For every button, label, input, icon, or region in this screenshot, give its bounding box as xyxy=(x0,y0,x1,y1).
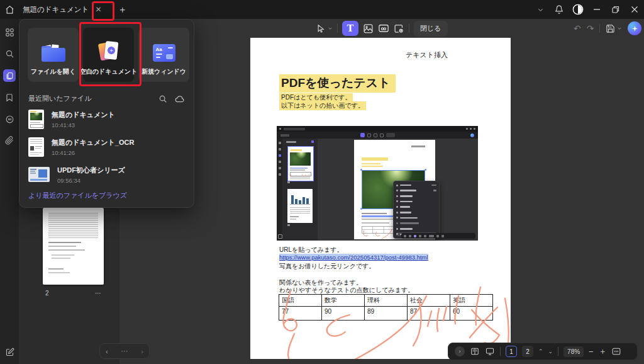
table-header-cell[interactable]: 国語 xyxy=(279,295,322,307)
new-window-icon: Aa xyxy=(153,44,175,62)
doc-hyperlink[interactable]: https://www.pakutaso.com/2025054317/post… xyxy=(279,254,428,261)
new-document-popup: ファイルを開く ＋ 空白のドキュメント Aa 新規ウィンドウ xyxy=(19,19,194,208)
zoom-level[interactable]: 78% xyxy=(564,346,584,357)
table-value-cell[interactable]: 89 xyxy=(365,307,408,321)
toolbar-divider xyxy=(558,347,558,356)
zoom-out-button[interactable]: − xyxy=(589,347,594,356)
image-icon xyxy=(363,23,374,34)
new-window-tile[interactable]: Aa 新規ウィンドウ xyxy=(138,28,189,82)
sidebar-search-button[interactable] xyxy=(4,48,15,59)
recent-search-button[interactable] xyxy=(158,94,167,103)
save-button[interactable] xyxy=(606,24,622,33)
undo-button[interactable]: ↶ xyxy=(574,23,581,33)
table-value-cell[interactable]: 87 xyxy=(408,307,450,321)
document-tab[interactable]: 無題のドキュメント ✕ xyxy=(19,0,106,19)
doc-url-intro[interactable]: URLを貼ってみます。 xyxy=(279,246,343,254)
pager-prev-icon[interactable]: ‹ xyxy=(106,348,108,355)
next-page-button[interactable]: ⌄ xyxy=(548,348,553,355)
close-icon xyxy=(631,6,638,13)
page-seal-icon xyxy=(394,23,404,34)
doc-url-caption[interactable]: 写真をお借りした元リンクです。 xyxy=(279,262,375,271)
sidebar-grid-button[interactable] xyxy=(4,26,15,38)
toolbar-divider xyxy=(500,347,501,356)
theme-toggle-button[interactable] xyxy=(569,0,587,19)
doc-corner-text[interactable]: テキスト挿入 xyxy=(406,50,448,60)
toolbar-divider xyxy=(337,24,338,33)
page-1-button[interactable]: 1 xyxy=(506,346,517,357)
home-button[interactable] xyxy=(0,0,19,19)
ai-assistant-button[interactable] xyxy=(628,21,641,35)
table-header-cell[interactable]: 理科 xyxy=(365,295,408,307)
browse-recent-files-link[interactable]: より最近のファイルをブラウズ xyxy=(28,191,127,200)
thumbnail-caption-row: 2 ⋯ xyxy=(43,288,104,298)
save-icon xyxy=(606,24,615,33)
new-tab-button[interactable]: ＋ xyxy=(115,3,129,16)
previous-page-button[interactable]: ⌃ xyxy=(538,348,543,355)
blank-document-tile[interactable]: ＋ 空白のドキュメント xyxy=(83,28,134,82)
fit-page-button[interactable] xyxy=(612,348,621,355)
restore-button[interactable] xyxy=(606,0,625,19)
table-header-cell[interactable]: 数学 xyxy=(322,295,365,307)
mini-titlebar xyxy=(277,126,478,132)
recent-files-header: 最近開いたファイル xyxy=(28,94,185,103)
mini-page1-thumbnail xyxy=(287,146,314,181)
updf-app-window: 無題のドキュメント ✕ ＋ xyxy=(0,0,644,364)
thumbnail-pager: ‹ ⋯ › xyxy=(99,343,150,359)
close-window-button[interactable] xyxy=(625,0,644,19)
sidebar-attachments-button[interactable] xyxy=(4,135,15,146)
cloud-files-button[interactable] xyxy=(175,94,185,103)
notifications-button[interactable] xyxy=(550,0,569,19)
close-tool-button[interactable]: 閉じる xyxy=(414,21,448,37)
sidebar-pen-settings-button[interactable] xyxy=(4,346,15,358)
page-pen-icon xyxy=(5,348,14,357)
doc-title[interactable]: PDFを使ったテスト xyxy=(279,74,396,93)
sidebar-bookmarks-button[interactable] xyxy=(4,92,15,103)
recent-file-row[interactable]: UPDF初心者シリーズ 09:56:34 xyxy=(28,162,187,187)
link-annotation-button[interactable] xyxy=(378,23,389,34)
page-2-button[interactable]: 2 xyxy=(522,346,533,357)
tile-label: 空白のドキュメント xyxy=(80,67,138,76)
page-2-thumbnail[interactable] xyxy=(43,208,104,285)
thumbnail-more-icon[interactable]: ⋯ xyxy=(95,290,101,297)
redo-button[interactable]: ↷ xyxy=(587,23,594,33)
seal-tool-button[interactable] xyxy=(394,23,404,34)
page-number-label: 2 xyxy=(45,290,49,297)
minimize-icon xyxy=(593,6,601,13)
tab-close-icon[interactable]: ✕ xyxy=(95,5,101,14)
document-page[interactable]: テキスト挿入 PDFを使ったテスト PDFはとても便利です。 以下はネットの拾い… xyxy=(250,38,511,359)
recent-file-row[interactable]: 無題のドキュメント_OCR 10:41:26 xyxy=(28,134,187,159)
text-tool-button-active[interactable]: T xyxy=(342,21,358,36)
doc-paragraph[interactable]: PDFはとても便利です。 xyxy=(279,93,353,102)
pager-more-icon[interactable]: ⋯ xyxy=(121,347,128,355)
dark-mode-icon xyxy=(572,4,584,15)
embedded-screenshot-image[interactable] xyxy=(277,126,478,241)
recent-file-row[interactable]: 無題のドキュメント 10:41:43 xyxy=(28,106,187,132)
toolbar-divider xyxy=(599,24,600,33)
toolbar-right-group: ↶ ↷ xyxy=(574,20,641,37)
expand-chevron-button[interactable] xyxy=(531,0,550,19)
table-header-cell[interactable]: 英語 xyxy=(450,295,493,307)
image-tool-button[interactable] xyxy=(363,23,374,34)
zoom-in-button[interactable]: ＋ xyxy=(599,346,607,357)
select-tool-button[interactable] xyxy=(316,24,333,33)
score-table[interactable]: 国語 数学 理科 社会 英語 77 90 89 87 60 xyxy=(279,294,493,321)
pager-next-icon[interactable]: › xyxy=(141,348,143,355)
table-header-cell[interactable]: 社会 xyxy=(408,295,450,307)
presentation-button[interactable] xyxy=(485,347,495,356)
sidebar-annotations-button[interactable] xyxy=(4,113,15,125)
sparkle-icon xyxy=(631,25,638,32)
page-layout-button[interactable] xyxy=(470,347,480,356)
open-file-tile[interactable]: ファイルを開く xyxy=(28,28,79,82)
sidebar-thumbnails-button[interactable] xyxy=(3,69,16,82)
table-value-cell[interactable]: 90 xyxy=(322,307,365,321)
doc-paragraph[interactable]: 以下はネットの拾い画です。 xyxy=(279,101,366,110)
book-icon xyxy=(470,347,480,356)
table-value-cell[interactable]: 60 xyxy=(450,307,493,321)
table-value-cell[interactable]: 77 xyxy=(279,307,322,321)
bookmark-icon xyxy=(5,93,14,102)
doc-table-intro[interactable]: わかりやすそうなテストの点数にしてみます。 xyxy=(279,286,414,295)
mini-sidebar xyxy=(277,139,282,241)
collapse-toolbar-button[interactable]: › xyxy=(455,346,465,356)
mini-status-toolbar xyxy=(401,233,475,239)
minimize-button[interactable] xyxy=(587,0,606,19)
